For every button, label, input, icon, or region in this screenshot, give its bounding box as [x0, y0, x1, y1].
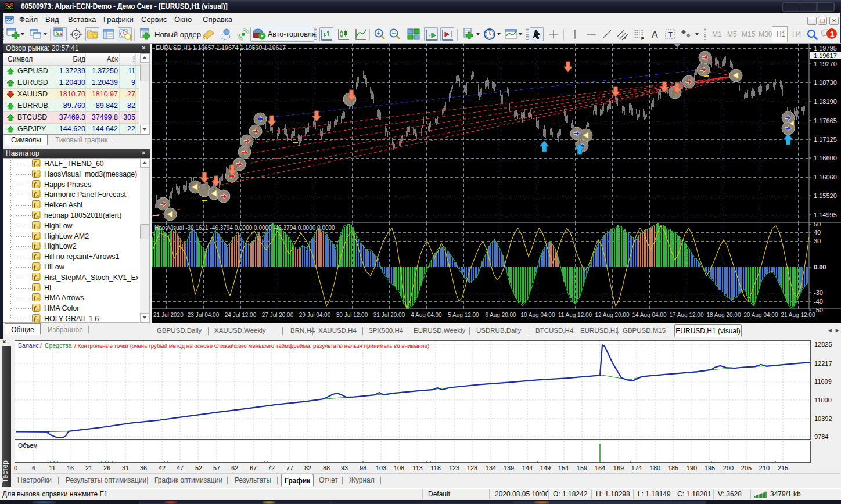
- svg-text:14 Aug 04:00: 14 Aug 04:00: [632, 312, 667, 318]
- svg-text:1.19270: 1.19270: [814, 60, 837, 67]
- svg-text:1.16600: 1.16600: [814, 154, 837, 161]
- svg-text:1.18730: 1.18730: [814, 79, 837, 86]
- svg-text:1.19617: 1.19617: [814, 52, 837, 59]
- svg-text:31 Jul 20:00: 31 Jul 20:00: [373, 312, 405, 318]
- svg-text:29 Jul 04:00: 29 Jul 04:00: [299, 312, 331, 318]
- svg-text:1.18190: 1.18190: [814, 98, 837, 105]
- svg-text:Средства: Средства: [45, 342, 72, 349]
- svg-text:10 Aug 04:00: 10 Aug 04:00: [521, 312, 555, 318]
- svg-text:30: 30: [814, 237, 821, 244]
- svg-text:HaosVisual -39.1621 -46.3794 0: HaosVisual -39.1621 -46.3794 0.0000 0.00…: [154, 225, 335, 231]
- svg-text:4 Aug 04:00: 4 Aug 04:00: [411, 312, 442, 318]
- svg-text:-40: -40: [814, 298, 823, 305]
- svg-text:EURUSD,H1 1.19657 1.19674 1.1: EURUSD,H1 1.19657 1.19674 1.19599 1.1961…: [156, 44, 286, 51]
- svg-text:18 Aug 20:00: 18 Aug 20:00: [707, 312, 741, 318]
- svg-text:0.00: 0.00: [814, 264, 826, 271]
- svg-text:1.15520: 1.15520: [814, 192, 837, 199]
- svg-text:1.17665: 1.17665: [814, 117, 837, 124]
- svg-text:12 Aug 20:00: 12 Aug 20:00: [595, 312, 630, 318]
- svg-text:5 Aug 12:00: 5 Aug 12:00: [448, 312, 479, 318]
- svg-text:21 Aug 12:00: 21 Aug 12:00: [781, 312, 815, 318]
- svg-text:20 Aug 04:00: 20 Aug 04:00: [744, 312, 778, 318]
- svg-text:21 Jul 2020: 21 Jul 2020: [153, 312, 184, 318]
- svg-text:T: T: [668, 30, 673, 39]
- svg-text:Баланс: Баланс: [18, 342, 39, 349]
- svg-text:1: 1: [830, 30, 834, 38]
- svg-text:/: /: [40, 342, 42, 349]
- svg-text:27 Jul 20:00: 27 Jul 20:00: [262, 312, 294, 318]
- svg-text:23 Jul 04:00: 23 Jul 04:00: [188, 312, 220, 318]
- svg-text:6 Aug 20:00: 6 Aug 20:00: [485, 312, 516, 318]
- svg-text:/ Контрольные точки (очень гру: / Контрольные точки (очень грубый метод …: [74, 343, 429, 349]
- svg-text:11 Aug 12:00: 11 Aug 12:00: [558, 312, 592, 318]
- svg-text:30 Jul 12:00: 30 Jul 12:00: [336, 312, 368, 318]
- svg-text:Объем: Объем: [18, 442, 37, 449]
- svg-text:1.19795: 1.19795: [814, 45, 837, 52]
- svg-text:50: 50: [814, 221, 821, 228]
- svg-text:1.17125: 1.17125: [814, 136, 837, 143]
- svg-text:24 Jul 12:00: 24 Jul 12:00: [225, 312, 257, 318]
- svg-text:17 Aug 12:00: 17 Aug 12:00: [670, 312, 704, 318]
- svg-text:E: E: [624, 36, 627, 40]
- svg-text:A: A: [652, 30, 658, 39]
- svg-text:1.14995: 1.14995: [814, 211, 837, 218]
- svg-text:F: F: [641, 37, 644, 41]
- svg-text:40: 40: [814, 229, 821, 236]
- svg-text:-30: -30: [814, 289, 823, 296]
- svg-text:1.16060: 1.16060: [814, 174, 837, 181]
